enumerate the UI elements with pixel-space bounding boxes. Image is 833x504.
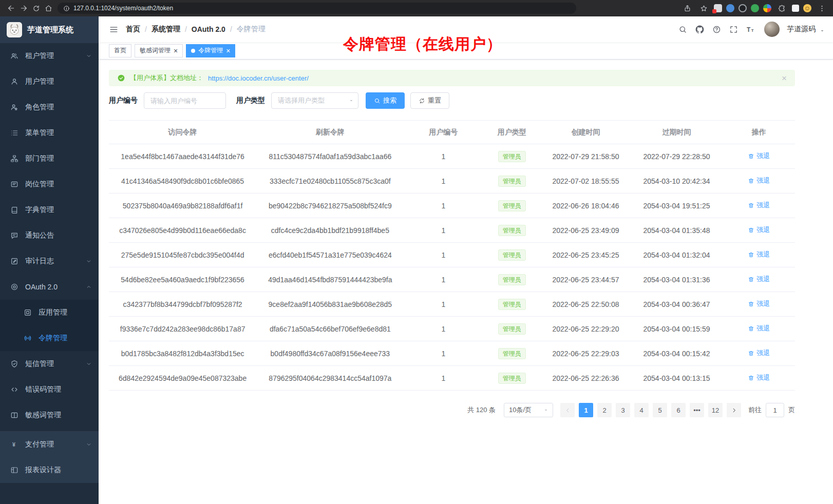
sidebar-item[interactable]: 短信管理 xyxy=(0,351,99,377)
address-bar[interactable]: 127.0.0.1:1024/system/oauth2/token xyxy=(58,3,576,14)
extension-icon[interactable] xyxy=(726,4,734,12)
force-logout-button[interactable]: 强退 xyxy=(748,225,770,235)
breadcrumb-item[interactable]: 首页 xyxy=(126,25,140,34)
sidebar-item[interactable]: 令牌管理 xyxy=(0,325,99,351)
bookmark-star-icon[interactable] xyxy=(697,2,710,14)
user-type-badge: 管理员 xyxy=(498,299,526,310)
browser-profile-avatar[interactable]: ☺ xyxy=(803,4,811,12)
pagination-page-button[interactable]: 3 xyxy=(616,403,630,417)
browser-menu-icon[interactable] xyxy=(816,2,828,14)
tab-label: 敏感词管理 xyxy=(140,46,171,55)
sidebar-item[interactable]: 租户管理 xyxy=(0,43,99,69)
page-size-select[interactable]: 10条/页 xyxy=(504,403,553,417)
pagination-more-button[interactable]: ••• xyxy=(690,403,704,417)
pagination: 共 120 条 10条/页 123456•••12 前往 xyxy=(109,403,795,417)
active-tab-dot xyxy=(191,49,195,53)
search-icon[interactable] xyxy=(675,22,690,36)
sidebar-item[interactable]: 审计日志 xyxy=(0,248,99,274)
sidebar-item[interactable]: 报表设计器 xyxy=(0,457,99,483)
tab[interactable]: 敏感词管理× xyxy=(135,44,183,57)
sidebar-item[interactable]: 角色管理 xyxy=(0,94,99,120)
sidebar-item[interactable]: 敏感词管理 xyxy=(0,402,99,428)
force-logout-button[interactable]: 强退 xyxy=(748,348,770,358)
goto-page-input[interactable] xyxy=(766,403,784,417)
force-logout-button[interactable]: 强退 xyxy=(748,176,770,185)
browser-reload-icon[interactable] xyxy=(30,2,42,14)
sidebar-item[interactable]: ¥支付管理 xyxy=(0,432,99,457)
sidebar-item[interactable]: 字典管理 xyxy=(0,197,99,223)
pagination-page-button[interactable]: 12 xyxy=(708,403,723,417)
force-logout-button[interactable]: 强退 xyxy=(748,275,770,284)
user-type-select[interactable]: 请选择用户类型 xyxy=(271,92,358,109)
sidebar-item[interactable]: 应用管理 xyxy=(0,300,99,325)
user-id-input[interactable] xyxy=(144,92,226,109)
close-icon[interactable]: × xyxy=(174,47,178,54)
pagination-page-button[interactable]: 6 xyxy=(671,403,686,417)
close-icon[interactable]: × xyxy=(226,47,230,54)
fullscreen-icon[interactable] xyxy=(726,22,741,36)
pagination-page-button[interactable]: 2 xyxy=(597,403,612,417)
refresh-token-cell: 49d1aa46d1454fbd87591444423be9fa xyxy=(256,267,404,292)
sidebar: 芋道管理系统 租户管理用户管理角色管理菜单管理部门管理岗位管理字典管理通知公告审… xyxy=(0,16,99,504)
sidebar-item[interactable]: 通知公告 xyxy=(0,223,99,248)
sidebar-item[interactable]: 用户管理 xyxy=(0,69,99,94)
force-logout-button[interactable]: 强退 xyxy=(748,324,770,333)
chevron-down-icon xyxy=(86,53,92,59)
prev-page-button[interactable] xyxy=(560,403,575,417)
breadcrumb-item[interactable]: 系统管理 xyxy=(152,25,180,34)
tab[interactable]: 令牌管理× xyxy=(186,44,235,57)
user-type-badge: 管理员 xyxy=(498,348,526,359)
sidebar-item[interactable]: 错误码管理 xyxy=(0,377,99,402)
extension-icon[interactable] xyxy=(739,4,747,12)
force-logout-button[interactable]: 强退 xyxy=(748,201,770,210)
browser-forward-icon[interactable] xyxy=(17,2,30,14)
log-icon xyxy=(10,257,18,265)
sidebar-item[interactable]: OAuth 2.0 xyxy=(0,274,99,300)
github-icon[interactable] xyxy=(692,22,707,36)
sidebar-item[interactable]: 部门管理 xyxy=(0,146,99,171)
force-logout-button[interactable]: 强退 xyxy=(748,151,770,161)
user-type-badge: 管理员 xyxy=(498,249,526,261)
doc-link[interactable]: https://doc.iocoder.cn/user-center/ xyxy=(208,74,309,82)
force-logout-button[interactable]: 强退 xyxy=(748,373,770,382)
app-logo[interactable]: 芋道管理系统 xyxy=(0,16,99,43)
user-avatar[interactable] xyxy=(764,22,780,37)
alert-close-icon[interactable]: × xyxy=(782,74,787,83)
extensions-puzzle-icon[interactable] xyxy=(775,2,788,14)
pagination-page-button[interactable]: 5 xyxy=(653,403,667,417)
trash-icon xyxy=(748,350,754,357)
font-size-icon[interactable]: TT xyxy=(743,22,758,36)
column-header: 用户类型 xyxy=(483,121,541,144)
caret-down-icon[interactable] xyxy=(819,28,825,34)
svg-text:T: T xyxy=(751,28,753,32)
user-name[interactable]: 芋道源码 xyxy=(787,25,816,34)
extension-icon[interactable] xyxy=(751,4,759,12)
search-button[interactable]: 搜索 xyxy=(366,92,405,109)
browser-home-icon[interactable] xyxy=(42,2,54,14)
force-logout-button[interactable]: 强退 xyxy=(748,299,770,308)
access-token-cell: 6d842e2924594de9a09e45e087323abe xyxy=(109,366,256,391)
force-logout-button[interactable]: 强退 xyxy=(748,250,770,259)
breadcrumb-item[interactable]: OAuth 2.0 xyxy=(192,25,225,33)
reset-button[interactable]: 重置 xyxy=(410,92,449,109)
next-page-button[interactable] xyxy=(727,403,741,417)
tab[interactable]: 首页 xyxy=(109,44,131,57)
help-icon[interactable] xyxy=(709,22,724,36)
pay-icon: ¥ xyxy=(10,440,18,449)
pagination-page-button[interactable]: 4 xyxy=(634,403,649,417)
hamburger-icon[interactable] xyxy=(106,22,121,36)
sidebar-item[interactable]: 岗位管理 xyxy=(0,171,99,197)
extension-icon[interactable] xyxy=(714,4,722,12)
user-id-cell: 1 xyxy=(404,218,483,243)
extension-icon[interactable] xyxy=(763,4,771,12)
sidebar-item[interactable]: 菜单管理 xyxy=(0,120,99,146)
browser-sidepanel-icon[interactable] xyxy=(792,5,799,12)
share-icon[interactable] xyxy=(681,2,693,14)
post-icon xyxy=(10,180,18,188)
goto-suffix: 页 xyxy=(788,405,795,415)
pagination-page-button[interactable]: 1 xyxy=(579,403,593,417)
browser-back-icon[interactable] xyxy=(5,2,17,14)
token-icon xyxy=(24,334,32,342)
sidebar-item-label: 租户管理 xyxy=(25,51,54,61)
site-info-icon[interactable] xyxy=(63,5,70,12)
